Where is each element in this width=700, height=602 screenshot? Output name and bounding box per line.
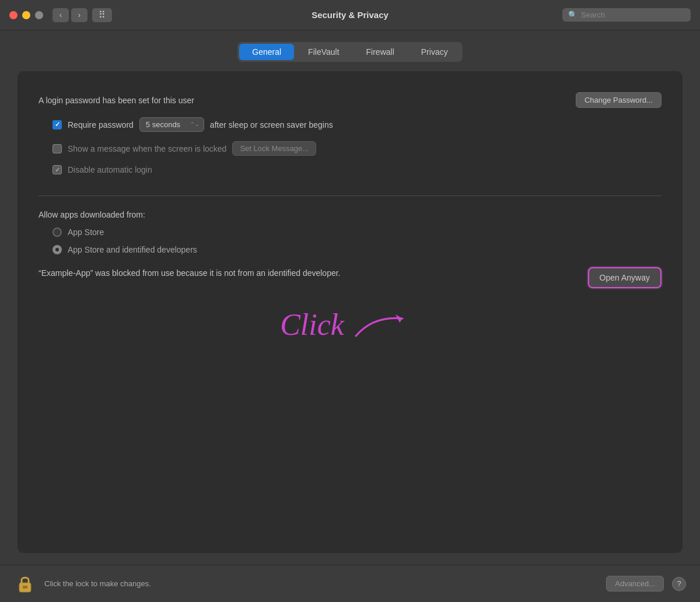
click-annotation-text: Click — [280, 307, 344, 342]
help-button[interactable]: ? — [672, 577, 686, 591]
search-input[interactable] — [581, 10, 685, 19]
forward-button[interactable]: › — [71, 8, 88, 22]
lock-icon[interactable] — [14, 571, 36, 597]
set-lock-message-button[interactable]: Set Lock Message... — [232, 141, 316, 156]
password-label: A login password has been set for this u… — [38, 96, 566, 105]
traffic-lights — [9, 11, 43, 19]
search-box[interactable]: 🔍 — [562, 8, 691, 22]
tab-general[interactable]: General — [239, 44, 294, 60]
password-delay-dropdown-wrap: 5 seconds 1 minute 5 minutes 15 minutes … — [139, 117, 204, 132]
require-password-label: Require password — [68, 120, 134, 130]
radio-app-store-devs-row: App Store and identified developers — [52, 245, 662, 254]
lock-message-row: Show a message when the screen is locked… — [52, 141, 662, 156]
top-section: A login password has been set for this u… — [38, 88, 662, 193]
lock-svg — [15, 572, 35, 596]
tabs: General FileVault Firewall Privacy — [237, 42, 462, 62]
change-password-button[interactable]: Change Password... — [576, 92, 662, 108]
tabs-container: General FileVault Firewall Privacy — [18, 42, 682, 62]
svg-rect-2 — [23, 586, 27, 589]
password-row: A login password has been set for this u… — [38, 92, 662, 108]
disable-login-checkbox[interactable] — [52, 165, 62, 174]
radio-app-store-row: App Store — [52, 228, 662, 237]
radio-app-store-devs-label: App Store and identified developers — [68, 245, 197, 254]
section-divider — [38, 195, 662, 196]
lock-message-label: Show a message when the screen is locked — [68, 144, 226, 153]
password-delay-dropdown[interactable]: 5 seconds 1 minute 5 minutes 15 minutes … — [139, 117, 204, 132]
window-title: Security & Privacy — [312, 10, 388, 20]
settings-panel: A login password has been set for this u… — [18, 71, 682, 553]
require-password-row: Require password 5 seconds 1 minute 5 mi… — [52, 117, 662, 132]
open-anyway-button[interactable]: Open Anyway — [588, 267, 662, 288]
grid-button[interactable]: ⠿ — [92, 8, 112, 22]
allow-apps-label: Allow apps downloaded from: — [38, 210, 662, 219]
tab-firewall[interactable]: Firewall — [354, 44, 407, 60]
radio-app-store-label: App Store — [68, 228, 104, 237]
grid-icon: ⠿ — [99, 9, 106, 20]
disable-login-row: Disable automatic login — [52, 165, 662, 174]
blocked-row: “Example-App” was blocked from use becau… — [38, 267, 662, 288]
search-icon: 🔍 — [568, 10, 578, 19]
lock-hint: Click the lock to make changes. — [44, 579, 598, 588]
minimize-button[interactable] — [22, 11, 30, 19]
tab-privacy[interactable]: Privacy — [408, 44, 461, 60]
bottom-section: Allow apps downloaded from: App Store Ap… — [38, 210, 662, 537]
click-arrow-svg — [350, 304, 420, 345]
close-button[interactable] — [9, 11, 18, 19]
radio-app-store-devs[interactable] — [52, 245, 62, 254]
advanced-button[interactable]: Advanced... — [606, 576, 664, 592]
bottom-bar: Click the lock to make changes. Advanced… — [0, 565, 700, 602]
require-password-checkbox[interactable] — [52, 120, 62, 130]
after-sleep-label: after sleep or screen saver begins — [210, 120, 333, 130]
maximize-button[interactable] — [35, 11, 43, 19]
tab-filevault[interactable]: FileVault — [295, 44, 352, 60]
disable-login-label: Disable automatic login — [68, 165, 152, 174]
blocked-text: “Example-App” was blocked from use becau… — [38, 267, 576, 279]
radio-app-store[interactable] — [52, 228, 62, 237]
click-annotation: Click — [38, 301, 662, 348]
back-button[interactable]: ‹ — [52, 8, 69, 22]
titlebar: ‹ › ⠿ Security & Privacy 🔍 — [0, 0, 700, 30]
nav-buttons: ‹ › — [52, 8, 88, 22]
lock-message-checkbox[interactable] — [52, 144, 62, 153]
main-content: General FileVault Firewall Privacy A log… — [0, 30, 700, 565]
